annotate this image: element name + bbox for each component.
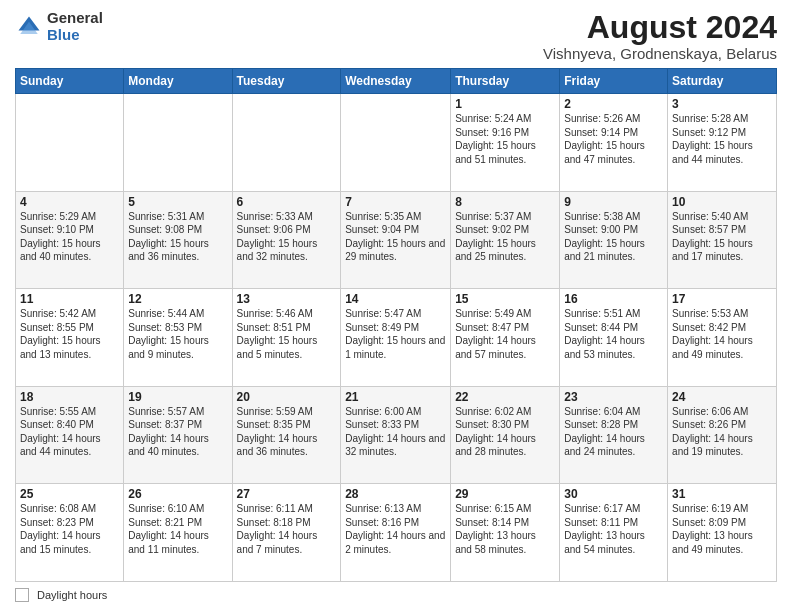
page: General Blue August 2024 Vishnyeva, Grod… [0,0,792,612]
calendar-cell: 18Sunrise: 5:55 AM Sunset: 8:40 PM Dayli… [16,386,124,484]
calendar-cell: 6Sunrise: 5:33 AM Sunset: 9:06 PM Daylig… [232,191,341,289]
day-number: 1 [455,97,555,111]
logo-icon [15,13,43,41]
day-info: Sunrise: 6:10 AM Sunset: 8:21 PM Dayligh… [128,502,227,556]
weekday-header-friday: Friday [560,69,668,94]
calendar-cell: 5Sunrise: 5:31 AM Sunset: 9:08 PM Daylig… [124,191,232,289]
weekday-header-wednesday: Wednesday [341,69,451,94]
day-info: Sunrise: 5:28 AM Sunset: 9:12 PM Dayligh… [672,112,772,166]
calendar-cell: 22Sunrise: 6:02 AM Sunset: 8:30 PM Dayli… [451,386,560,484]
day-number: 29 [455,487,555,501]
daylight-label: Daylight hours [37,589,107,601]
day-info: Sunrise: 6:17 AM Sunset: 8:11 PM Dayligh… [564,502,663,556]
day-info: Sunrise: 5:53 AM Sunset: 8:42 PM Dayligh… [672,307,772,361]
day-info: Sunrise: 6:04 AM Sunset: 8:28 PM Dayligh… [564,405,663,459]
calendar-cell: 8Sunrise: 5:37 AM Sunset: 9:02 PM Daylig… [451,191,560,289]
calendar-cell: 20Sunrise: 5:59 AM Sunset: 8:35 PM Dayli… [232,386,341,484]
day-number: 3 [672,97,772,111]
day-info: Sunrise: 5:46 AM Sunset: 8:51 PM Dayligh… [237,307,337,361]
day-info: Sunrise: 5:57 AM Sunset: 8:37 PM Dayligh… [128,405,227,459]
calendar-cell: 27Sunrise: 6:11 AM Sunset: 8:18 PM Dayli… [232,484,341,582]
day-info: Sunrise: 5:42 AM Sunset: 8:55 PM Dayligh… [20,307,119,361]
header: General Blue August 2024 Vishnyeva, Grod… [15,10,777,62]
day-info: Sunrise: 6:19 AM Sunset: 8:09 PM Dayligh… [672,502,772,556]
day-number: 13 [237,292,337,306]
weekday-header-monday: Monday [124,69,232,94]
weekday-header-sunday: Sunday [16,69,124,94]
day-info: Sunrise: 5:40 AM Sunset: 8:57 PM Dayligh… [672,210,772,264]
day-number: 17 [672,292,772,306]
day-info: Sunrise: 5:31 AM Sunset: 9:08 PM Dayligh… [128,210,227,264]
page-title: August 2024 [543,10,777,45]
day-number: 22 [455,390,555,404]
day-number: 5 [128,195,227,209]
calendar-cell [341,94,451,192]
logo: General Blue [15,10,103,43]
day-number: 14 [345,292,446,306]
day-number: 27 [237,487,337,501]
calendar-cell: 15Sunrise: 5:49 AM Sunset: 8:47 PM Dayli… [451,289,560,387]
day-number: 15 [455,292,555,306]
day-info: Sunrise: 6:13 AM Sunset: 8:16 PM Dayligh… [345,502,446,556]
day-info: Sunrise: 6:11 AM Sunset: 8:18 PM Dayligh… [237,502,337,556]
day-info: Sunrise: 6:00 AM Sunset: 8:33 PM Dayligh… [345,405,446,459]
weekday-header-tuesday: Tuesday [232,69,341,94]
day-info: Sunrise: 5:49 AM Sunset: 8:47 PM Dayligh… [455,307,555,361]
day-number: 6 [237,195,337,209]
day-number: 10 [672,195,772,209]
day-info: Sunrise: 5:24 AM Sunset: 9:16 PM Dayligh… [455,112,555,166]
day-number: 26 [128,487,227,501]
day-number: 20 [237,390,337,404]
day-info: Sunrise: 6:15 AM Sunset: 8:14 PM Dayligh… [455,502,555,556]
logo-general-text: General [47,10,103,27]
day-number: 24 [672,390,772,404]
calendar-cell: 31Sunrise: 6:19 AM Sunset: 8:09 PM Dayli… [668,484,777,582]
day-info: Sunrise: 5:33 AM Sunset: 9:06 PM Dayligh… [237,210,337,264]
calendar-cell: 29Sunrise: 6:15 AM Sunset: 8:14 PM Dayli… [451,484,560,582]
day-info: Sunrise: 6:06 AM Sunset: 8:26 PM Dayligh… [672,405,772,459]
day-number: 31 [672,487,772,501]
calendar-cell: 1Sunrise: 5:24 AM Sunset: 9:16 PM Daylig… [451,94,560,192]
day-number: 18 [20,390,119,404]
day-info: Sunrise: 6:08 AM Sunset: 8:23 PM Dayligh… [20,502,119,556]
title-block: August 2024 Vishnyeva, Grodnenskaya, Bel… [543,10,777,62]
day-number: 19 [128,390,227,404]
day-info: Sunrise: 5:44 AM Sunset: 8:53 PM Dayligh… [128,307,227,361]
day-number: 9 [564,195,663,209]
calendar-cell: 14Sunrise: 5:47 AM Sunset: 8:49 PM Dayli… [341,289,451,387]
day-info: Sunrise: 6:02 AM Sunset: 8:30 PM Dayligh… [455,405,555,459]
day-number: 7 [345,195,446,209]
calendar-week-2: 4Sunrise: 5:29 AM Sunset: 9:10 PM Daylig… [16,191,777,289]
calendar-week-3: 11Sunrise: 5:42 AM Sunset: 8:55 PM Dayli… [16,289,777,387]
day-number: 21 [345,390,446,404]
day-info: Sunrise: 5:37 AM Sunset: 9:02 PM Dayligh… [455,210,555,264]
logo-blue-text: Blue [47,27,103,44]
calendar-week-1: 1Sunrise: 5:24 AM Sunset: 9:16 PM Daylig… [16,94,777,192]
day-info: Sunrise: 5:59 AM Sunset: 8:35 PM Dayligh… [237,405,337,459]
calendar-cell: 3Sunrise: 5:28 AM Sunset: 9:12 PM Daylig… [668,94,777,192]
calendar-cell [124,94,232,192]
weekday-header-row: SundayMondayTuesdayWednesdayThursdayFrid… [16,69,777,94]
day-number: 30 [564,487,663,501]
day-number: 12 [128,292,227,306]
day-info: Sunrise: 5:26 AM Sunset: 9:14 PM Dayligh… [564,112,663,166]
day-info: Sunrise: 5:38 AM Sunset: 9:00 PM Dayligh… [564,210,663,264]
day-number: 25 [20,487,119,501]
calendar-cell: 10Sunrise: 5:40 AM Sunset: 8:57 PM Dayli… [668,191,777,289]
weekday-header-saturday: Saturday [668,69,777,94]
day-info: Sunrise: 5:51 AM Sunset: 8:44 PM Dayligh… [564,307,663,361]
daylight-box [15,588,29,602]
weekday-header-thursday: Thursday [451,69,560,94]
day-number: 8 [455,195,555,209]
calendar-cell: 11Sunrise: 5:42 AM Sunset: 8:55 PM Dayli… [16,289,124,387]
day-info: Sunrise: 5:47 AM Sunset: 8:49 PM Dayligh… [345,307,446,361]
calendar-cell: 30Sunrise: 6:17 AM Sunset: 8:11 PM Dayli… [560,484,668,582]
day-info: Sunrise: 5:55 AM Sunset: 8:40 PM Dayligh… [20,405,119,459]
calendar-cell: 9Sunrise: 5:38 AM Sunset: 9:00 PM Daylig… [560,191,668,289]
calendar-cell: 19Sunrise: 5:57 AM Sunset: 8:37 PM Dayli… [124,386,232,484]
calendar-cell: 23Sunrise: 6:04 AM Sunset: 8:28 PM Dayli… [560,386,668,484]
calendar-cell: 16Sunrise: 5:51 AM Sunset: 8:44 PM Dayli… [560,289,668,387]
page-subtitle: Vishnyeva, Grodnenskaya, Belarus [543,45,777,62]
day-number: 23 [564,390,663,404]
day-number: 2 [564,97,663,111]
